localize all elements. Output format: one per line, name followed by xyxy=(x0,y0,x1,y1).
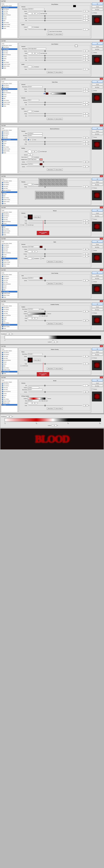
value-input[interactable] xyxy=(83,310,88,312)
antialiased-checkbox[interactable] xyxy=(32,111,34,112)
sidebar-item[interactable]: Contour xyxy=(1,361,18,363)
sidebar-item[interactable]: Color Overlay xyxy=(1,322,18,324)
style-checkbox[interactable] xyxy=(2,373,3,374)
sidebar-item[interactable]: Stroke xyxy=(1,296,18,298)
new-style-button[interactable]: New Style... xyxy=(92,246,103,248)
style-checkbox[interactable] xyxy=(2,280,3,281)
close-icon[interactable]: ✕ xyxy=(100,300,103,302)
style-checkbox[interactable] xyxy=(2,26,3,27)
style-checkbox[interactable] xyxy=(2,289,3,290)
style-checkbox[interactable] xyxy=(2,397,3,398)
preview-checkbox[interactable] xyxy=(92,187,93,189)
align-checkbox[interactable] xyxy=(40,400,41,402)
sidebar-item[interactable]: Satin xyxy=(1,20,18,22)
style-checkbox[interactable] xyxy=(2,199,3,200)
dropdown[interactable]: Color Dodge ▾ xyxy=(28,246,39,248)
sidebar-item[interactable]: Inner Shadow xyxy=(1,48,18,50)
dropdown[interactable]: Smooth ▾ xyxy=(28,135,43,136)
sidebar-item[interactable]: Color Overlay xyxy=(1,146,18,148)
sidebar-item[interactable]: Pattern Overlay xyxy=(1,232,18,234)
style-checkbox[interactable] xyxy=(2,18,3,20)
sidebar-item[interactable]: Blending Options: Default xyxy=(1,350,18,352)
make-default-button[interactable]: Make Default xyxy=(47,368,54,370)
style-checkbox[interactable] xyxy=(2,311,3,312)
contour-preset[interactable] xyxy=(55,179,59,182)
style-checkbox[interactable] xyxy=(2,139,3,140)
style-checkbox[interactable] xyxy=(2,260,3,261)
dropdown[interactable]: Linear Dodge (Add) ▾ xyxy=(28,159,39,160)
titlebar[interactable]: Layer Style✕ xyxy=(0,269,104,271)
link-layer-checkbox[interactable] xyxy=(20,365,22,367)
value-input[interactable] xyxy=(83,222,88,224)
style-checkbox[interactable] xyxy=(2,98,3,99)
titlebar[interactable]: Layer Style✕ xyxy=(0,40,104,42)
make-default-button[interactable]: Make Default xyxy=(47,33,54,35)
sidebar-item[interactable]: Gradient Overlay xyxy=(1,63,18,65)
make-default-button[interactable]: Make Default xyxy=(47,168,54,170)
style-checkbox[interactable] xyxy=(2,226,3,228)
style-checkbox[interactable] xyxy=(2,322,3,323)
sidebar-item[interactable]: Gradient Overlay xyxy=(1,261,18,263)
style-checkbox[interactable] xyxy=(2,399,3,400)
reverse-checkbox[interactable] xyxy=(46,398,47,399)
sidebar-item[interactable]: Stroke xyxy=(1,152,18,154)
style-checkbox[interactable] xyxy=(2,256,3,257)
sidebar-item[interactable]: Gradient Overlay xyxy=(1,24,18,26)
slider[interactable] xyxy=(28,144,82,144)
slider[interactable] xyxy=(28,320,82,321)
angle-dial[interactable] xyxy=(28,250,32,253)
style-checkbox[interactable] xyxy=(2,131,3,133)
cancel-button[interactable]: Cancel xyxy=(92,130,103,132)
gradient-stop[interactable]: ◆100% xyxy=(99,422,101,424)
sidebar-item[interactable]: Texture xyxy=(1,224,18,226)
sidebar-item[interactable]: Drop Shadow xyxy=(1,182,18,184)
value-input[interactable] xyxy=(83,88,88,90)
gloss-contour-picker[interactable] xyxy=(28,156,32,158)
style-checkbox[interactable] xyxy=(2,307,3,308)
sidebar-item[interactable]: Contour xyxy=(1,94,18,96)
style-checkbox[interactable] xyxy=(2,90,3,92)
style-checkbox[interactable] xyxy=(2,60,3,61)
reset-default-button[interactable]: Reset to Default xyxy=(55,407,63,409)
style-checkbox[interactable] xyxy=(2,389,3,390)
sidebar-item[interactable]: Styles xyxy=(1,178,18,180)
reset-default-button[interactable]: Reset to Default xyxy=(55,168,63,170)
contour-preset[interactable] xyxy=(63,182,67,186)
style-checkbox[interactable] xyxy=(2,87,3,88)
sidebar-item[interactable]: Stroke xyxy=(1,234,18,236)
style-checkbox[interactable] xyxy=(2,152,3,153)
angle-dial[interactable] xyxy=(28,402,32,404)
reset-default-button[interactable]: Reset to Default xyxy=(55,33,63,35)
sidebar-item[interactable]: Inner Shadow xyxy=(1,309,18,311)
style-checkbox[interactable] xyxy=(2,309,3,310)
sidebar-item[interactable]: Blending Options: Default xyxy=(1,274,18,276)
snap-origin-button[interactable]: Snap to Origin xyxy=(33,359,41,361)
style-checkbox[interactable] xyxy=(2,64,3,65)
dropdown[interactable]: Linear Dodge (Add) ▾ xyxy=(28,48,46,50)
new-style-button[interactable]: New Style... xyxy=(92,8,103,10)
sidebar-item[interactable]: Texture xyxy=(1,395,18,396)
new-style-button[interactable]: New Style... xyxy=(92,353,103,356)
style-checkbox[interactable] xyxy=(2,326,3,327)
close-icon[interactable]: ✕ xyxy=(100,269,103,271)
style-checkbox[interactable] xyxy=(2,50,3,52)
highlight-color-swatch[interactable] xyxy=(40,158,42,161)
style-checkbox[interactable] xyxy=(2,291,3,292)
preview-checkbox[interactable] xyxy=(92,312,93,314)
style-checkbox[interactable] xyxy=(2,94,3,95)
sidebar-item[interactable]: Stroke xyxy=(1,328,18,330)
color-swatch[interactable] xyxy=(73,5,76,7)
style-checkbox[interactable] xyxy=(2,85,3,86)
contour-preset[interactable] xyxy=(36,192,39,195)
new-style-button[interactable]: New Style... xyxy=(92,385,103,387)
sidebar-item[interactable]: Contour xyxy=(1,316,18,318)
ok-button[interactable]: OK xyxy=(92,127,103,129)
sidebar-item[interactable]: Texture xyxy=(1,256,18,258)
sidebar-item[interactable]: Drop Shadow xyxy=(1,244,18,246)
sidebar-item[interactable]: Bevel and Emboss xyxy=(1,314,18,316)
style-checkbox[interactable] xyxy=(2,354,3,355)
style-checkbox[interactable] xyxy=(2,250,3,252)
style-checkbox[interactable] xyxy=(2,10,3,12)
style-checkbox[interactable] xyxy=(2,360,3,361)
style-checkbox[interactable] xyxy=(2,356,3,357)
